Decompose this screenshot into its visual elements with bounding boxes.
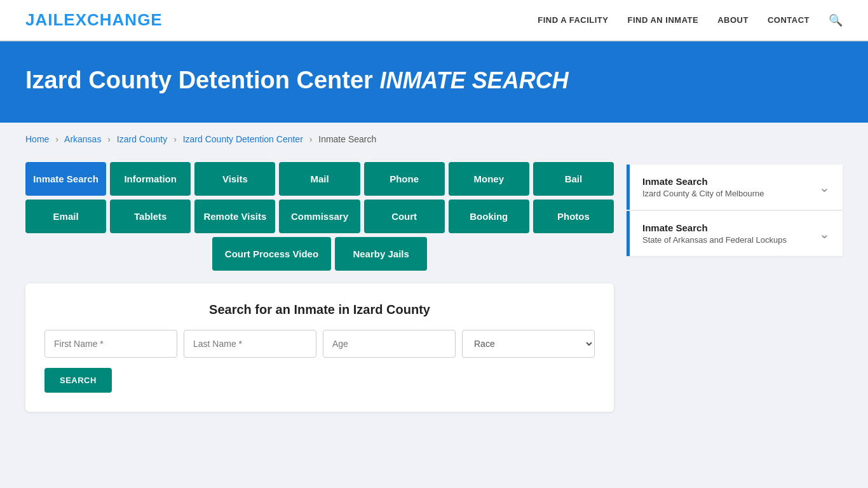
tab-visits[interactable]: Visits	[194, 162, 275, 196]
last-name-input[interactable]	[184, 330, 316, 358]
race-select[interactable]: Race White Black Hispanic Asian Other	[462, 330, 595, 358]
tab-court[interactable]: Court	[364, 200, 445, 233]
about-link[interactable]: ABOUT	[717, 15, 749, 25]
hero-title: Izard County Detention Center INMATE SEA…	[25, 67, 843, 94]
logo-jail: JAIL	[25, 10, 64, 29]
sidebar-item-subtitle-2: State of Arkansas and Federal Lockups	[642, 235, 787, 245]
sidebar-item-text-1: Inmate Search Izard County & City of Mel…	[642, 176, 764, 198]
tab-tablets[interactable]: Tablets	[110, 200, 191, 233]
sidebar-inmate-search-local[interactable]: Inmate Search Izard County & City of Mel…	[627, 165, 843, 210]
right-panel: Inmate Search Izard County & City of Mel…	[627, 165, 843, 412]
search-title: Search for an Inmate in Izard County	[44, 302, 595, 317]
tab-commissary[interactable]: Commissary	[279, 200, 360, 233]
contact-link[interactable]: CONTACT	[768, 15, 810, 25]
sidebar-item-subtitle-1: Izard County & City of Melbourne	[642, 189, 764, 198]
arkansas-breadcrumb[interactable]: Arkansas	[64, 134, 101, 144]
tab-nearby-jails[interactable]: Nearby Jails	[335, 237, 427, 271]
tab-phone[interactable]: Phone	[364, 162, 445, 196]
sidebar-inmate-search-state[interactable]: Inmate Search State of Arkansas and Fede…	[627, 211, 843, 256]
chevron-down-icon-1: ⌄	[819, 180, 830, 195]
sep1: ›	[55, 134, 58, 144]
hero-title-main: Izard County Detention Center	[25, 67, 373, 93]
detention-center-breadcrumb[interactable]: Izard County Detention Center	[183, 134, 303, 144]
sidebar-item-title-1: Inmate Search	[642, 176, 764, 187]
tab-money[interactable]: Money	[449, 162, 529, 196]
inmate-search-box: Search for an Inmate in Izard County Rac…	[25, 283, 614, 412]
search-icon[interactable]: 🔍	[829, 13, 843, 27]
tab-mail[interactable]: Mail	[279, 162, 360, 196]
tab-booking[interactable]: Booking	[449, 200, 529, 233]
hero-title-italic: INMATE SEARCH	[379, 67, 568, 93]
sidebar-item-text-2: Inmate Search State of Arkansas and Fede…	[642, 222, 787, 245]
search-button[interactable]: SEARCH	[44, 368, 112, 393]
find-facility-link[interactable]: FIND A FACILITY	[538, 15, 608, 25]
tab-bail[interactable]: Bail	[533, 162, 614, 196]
age-input[interactable]	[323, 330, 456, 358]
tab-court-process-video[interactable]: Court Process Video	[212, 237, 331, 271]
logo-exchange: EXCHANGE	[64, 10, 162, 29]
chevron-down-icon-2: ⌄	[819, 226, 830, 241]
sep2: ›	[107, 134, 111, 144]
sidebar-item-title-2: Inmate Search	[642, 222, 787, 233]
tab-inmate-search[interactable]: Inmate Search	[25, 162, 106, 196]
hero-banner: Izard County Detention Center INMATE SEA…	[0, 41, 868, 123]
inmate-search-breadcrumb: Inmate Search	[318, 134, 376, 144]
logo[interactable]: JAILEXCHANGE	[25, 10, 163, 30]
sep3: ›	[173, 134, 177, 144]
tab-remote-visits[interactable]: Remote Visits	[194, 200, 275, 233]
main-content: Inmate Search Information Visits Mail Ph…	[0, 156, 868, 437]
breadcrumb: Home › Arkansas › Izard County › Izard C…	[0, 123, 868, 156]
first-name-input[interactable]	[44, 330, 177, 358]
izard-county-breadcrumb[interactable]: Izard County	[117, 134, 167, 144]
search-fields: Race White Black Hispanic Asian Other	[44, 330, 595, 358]
home-breadcrumb[interactable]: Home	[25, 134, 49, 144]
sep4: ›	[309, 134, 313, 144]
tab-row-1: Inmate Search Information Visits Mail Ph…	[25, 162, 614, 196]
tab-email[interactable]: Email	[25, 200, 106, 233]
left-panel: Inmate Search Information Visits Mail Ph…	[25, 162, 614, 412]
tab-row-2: Email Tablets Remote Visits Commissary C…	[25, 200, 614, 233]
tab-photos[interactable]: Photos	[533, 200, 614, 233]
tab-grid: Inmate Search Information Visits Mail Ph…	[25, 162, 614, 271]
tab-row-3: Court Process Video Nearby Jails	[25, 237, 614, 271]
nav-links: FIND A FACILITY FIND AN INMATE ABOUT CON…	[538, 13, 843, 27]
tab-information[interactable]: Information	[110, 162, 191, 196]
find-inmate-link[interactable]: FIND AN INMATE	[627, 15, 698, 25]
navigation: JAILEXCHANGE FIND A FACILITY FIND AN INM…	[0, 0, 868, 41]
